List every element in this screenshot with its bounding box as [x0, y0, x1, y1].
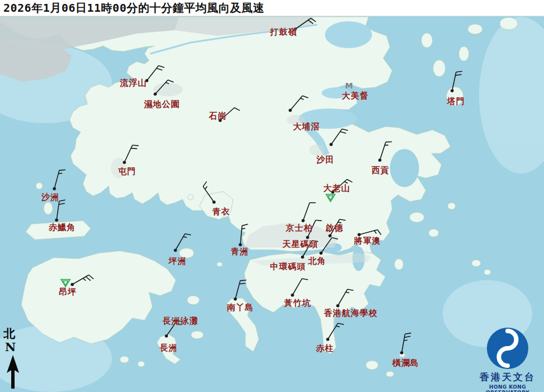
hko-name-en: HONG KONG OBSERVATORY: [471, 384, 544, 392]
station-label-20[interactable]: 北角: [308, 256, 326, 267]
station-label-21[interactable]: 中環碼頭: [270, 262, 306, 272]
station-label-17[interactable]: 將軍澳: [354, 236, 381, 246]
compass-north-en: N: [5, 340, 25, 354]
station-label-8[interactable]: 沙田: [317, 155, 334, 165]
hko-name-zh: 香港天文台: [471, 371, 544, 384]
station-label-7[interactable]: 大埔滘: [293, 122, 320, 132]
station-label-12[interactable]: 大老山: [323, 183, 350, 194]
station-labels: 打鼓嶺流浮山濕地公園石崗大美督塔門大埔滘沙田屯門西貢沙洲大老山青衣赤鱲角京士柏啟…: [0, 0, 544, 392]
station-label-9[interactable]: 屯門: [118, 166, 136, 177]
compass-north-zh: 北: [3, 327, 25, 340]
station-label-11[interactable]: 沙洲: [41, 192, 59, 203]
station-label-23[interactable]: 昂坪: [59, 287, 77, 297]
north-arrow-icon: [6, 355, 20, 390]
station-label-26[interactable]: 香港航海學校: [324, 308, 378, 319]
station-label-3[interactable]: 濕地公園: [144, 99, 180, 110]
station-label-10[interactable]: 西貢: [371, 165, 389, 176]
hko-logo: 香港天文台 HONG KONG OBSERVATORY: [471, 326, 544, 392]
station-label-29[interactable]: 赤柱: [316, 343, 334, 354]
station-label-16[interactable]: 啟德: [326, 223, 343, 234]
station-label-14[interactable]: 赤鱲角: [49, 222, 76, 233]
station-label-24[interactable]: 南丫島: [227, 302, 254, 313]
station-label-27[interactable]: 長洲泳灘: [162, 316, 198, 326]
station-label-4[interactable]: 石崗: [209, 111, 227, 122]
station-label-15[interactable]: 京士柏: [286, 223, 313, 234]
station-label-6[interactable]: 塔門: [447, 96, 465, 107]
hko-logo-icon: [486, 326, 529, 370]
station-label-19[interactable]: 青洲: [231, 246, 249, 257]
compass: 北 N: [2, 327, 25, 390]
station-label-28[interactable]: 長洲: [160, 343, 178, 353]
title-bar: 2026年1月06日11時00分的十分鐘平均風向及風速: [0, 0, 544, 16]
station-label-25[interactable]: 黃竹坑: [284, 298, 311, 309]
map-title: 2026年1月06日11時00分的十分鐘平均風向及風速: [3, 1, 264, 16]
station-label-22[interactable]: 坪洲: [169, 256, 187, 267]
station-label-18[interactable]: 天星碼頭: [282, 239, 318, 250]
station-label-2[interactable]: 流浮山: [120, 78, 147, 88]
wind-map-page: M 打鼓嶺流浮山濕地公園石崗大美督塔門大埔滘沙田屯門西貢沙洲大老山青衣赤鱲角京士…: [0, 0, 544, 392]
station-label-5[interactable]: 大美督: [342, 91, 369, 101]
station-label-1[interactable]: 打鼓嶺: [270, 27, 297, 38]
station-label-13[interactable]: 青衣: [212, 207, 230, 217]
station-label-30[interactable]: 橫瀾島: [392, 358, 419, 368]
